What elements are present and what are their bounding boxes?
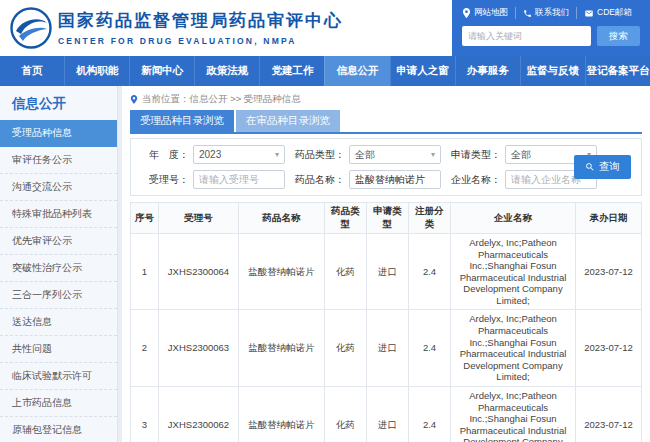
cde-mail-label: CDE邮箱 — [597, 7, 632, 19]
sidebar-item-communication[interactable]: 沟通交流公示 — [0, 174, 117, 201]
table-cell: JXHS2300063 — [159, 310, 239, 386]
nmpa-logo — [10, 7, 52, 49]
table-cell: Ardelyx, Inc;Patheon Pharmaceuticals Inc… — [451, 234, 576, 310]
nav-item-home[interactable]: 首页 — [0, 56, 64, 86]
nav-item-party-building[interactable]: 党建工作 — [259, 56, 324, 86]
sidebar-item-accepted-varieties[interactable]: 受理品种信息 — [0, 120, 117, 147]
accept-no-group: 受理号： — [137, 170, 285, 189]
sidebar-item-priority-review[interactable]: 优先审评公示 — [0, 228, 117, 255]
table-cell: JXHS2300064 — [159, 234, 239, 310]
tab-under-review-catalog[interactable]: 在审品种目录浏览 — [236, 110, 340, 132]
top-header: 国家药品监督管理局药品审评中心 CENTER FOR DRUG EVALUATI… — [0, 0, 650, 56]
year-select-value: 2023 — [199, 149, 221, 160]
column-header-reg-class: 注册分类 — [409, 203, 451, 234]
breadcrumb-text: 当前位置：信息公开 >> 受理品种信息 — [142, 93, 301, 106]
page: 国家药品监督管理局药品审评中心 CENTER FOR DRUG EVALUATI… — [0, 0, 650, 442]
table-cell: 2023-07-12 — [576, 310, 642, 386]
year-select[interactable]: 2023 ▾ — [193, 145, 285, 164]
table-row: 3 JXHS2300062 盐酸替纳帕诺片 化药 进口 2.4 Ardelyx,… — [131, 386, 642, 442]
table-row: 1 JXHS2300064 盐酸替纳帕诺片 化药 进口 2.4 Ardelyx,… — [131, 234, 642, 310]
column-header-accept-no: 受理号 — [159, 203, 239, 234]
nav-item-policies[interactable]: 政策法规 — [194, 56, 259, 86]
table-cell: Ardelyx, Inc;Patheon Pharmaceuticals Inc… — [451, 386, 576, 442]
contact-link[interactable]: 联系我们 — [516, 7, 577, 19]
nav-item-applicant-window[interactable]: 申请人之窗 — [390, 56, 455, 86]
table-cell: 进口 — [367, 234, 409, 310]
drug-type-group: 药品类型： 全部 ▾ — [293, 145, 441, 164]
tab-accepted-catalog[interactable]: 受理品种目录浏览 — [130, 110, 234, 132]
table-row: 2 JXHS2300063 盐酸替纳帕诺片 化药 进口 2.4 Ardelyx,… — [131, 310, 642, 386]
main-nav: 首页 机构职能 新闻中心 政策法规 党建工作 信息公开 申请人之窗 办事服务 监… — [0, 56, 650, 86]
sidebar-item-breakthrough-therapy[interactable]: 突破性治疗公示 — [0, 255, 117, 282]
site-map-label: 网站地图 — [474, 7, 508, 19]
accept-no-label: 受理号： — [137, 173, 189, 187]
cde-mail-link[interactable]: CDE邮箱 — [577, 7, 639, 19]
header-utility-panel: 网站地图 联系我们 CDE邮箱 搜索 — [452, 0, 650, 56]
page-body: 信息公开 受理品种信息 审评任务公示 沟通交流公示 特殊审批品种列表 优先审评公… — [0, 86, 650, 442]
sidebar-item-marketed-drugs[interactable]: 上市药品信息 — [0, 390, 117, 417]
table-cell: 2.4 — [409, 234, 451, 310]
drug-name-group: 药品名称： — [293, 170, 441, 189]
results-table: 序号 受理号 药品名称 药品类型 申请类型 注册分类 企业名称 承办日期 1 J… — [130, 202, 642, 442]
column-header-seq: 序号 — [131, 203, 159, 234]
drug-name-label: 药品名称： — [293, 173, 345, 187]
site-search-button[interactable]: 搜索 — [597, 26, 640, 46]
query-button-label: 查询 — [599, 160, 620, 174]
site-title-en: CENTER FOR DRUG EVALUATION, NMPA — [58, 36, 343, 46]
year-label: 年 度： — [137, 148, 189, 162]
table-cell: JXHS2300062 — [159, 386, 239, 442]
drug-type-select[interactable]: 全部 ▾ — [349, 145, 441, 164]
site-title: 国家药品监督管理局药品审评中心 CENTER FOR DRUG EVALUATI… — [58, 9, 343, 46]
table-cell: 2023-07-12 — [576, 234, 642, 310]
sidebar-item-delivery-info[interactable]: 送达信息 — [0, 309, 117, 336]
chevron-down-icon: ▾ — [431, 150, 435, 159]
sidebar-item-common-issues[interactable]: 共性问题 — [0, 336, 117, 363]
nav-item-news-center[interactable]: 新闻中心 — [129, 56, 194, 86]
table-cell: Ardelyx, Inc;Patheon Pharmaceuticals Inc… — [451, 310, 576, 386]
site-map-link[interactable]: 网站地图 — [462, 7, 516, 19]
quick-links: 网站地图 联系我们 CDE邮箱 — [462, 7, 640, 19]
table-cell: 2.4 — [409, 310, 451, 386]
column-header-company: 企业名称 — [451, 203, 576, 234]
table-cell: 化药 — [325, 386, 367, 442]
accept-no-input[interactable] — [193, 170, 285, 189]
filter-row-1: 年 度： 2023 ▾ 药品类型： 全部 ▾ 申 — [137, 145, 577, 164]
column-header-drug-type: 药品类型 — [325, 203, 367, 234]
sidebar-item-three-in-one[interactable]: 三合一序列公示 — [0, 282, 117, 309]
filter-panel: 年 度： 2023 ▾ 药品类型： 全部 ▾ 申 — [130, 138, 642, 196]
nav-item-org-functions[interactable]: 机构职能 — [64, 56, 129, 86]
site-search-input[interactable] — [462, 26, 591, 46]
nav-item-services[interactable]: 办事服务 — [455, 56, 520, 86]
nav-item-registration-platform[interactable]: 登记备案平台 — [585, 56, 650, 86]
sidebar-item-review-tasks[interactable]: 审评任务公示 — [0, 147, 117, 174]
table-header-row: 序号 受理号 药品名称 药品类型 申请类型 注册分类 企业名称 承办日期 — [131, 203, 642, 234]
sidebar-item-special-approval-list[interactable]: 特殊审批品种列表 — [0, 201, 117, 228]
chevron-down-icon: ▾ — [275, 150, 279, 159]
table-cell: 盐酸替纳帕诺片 — [239, 310, 325, 386]
phone-icon — [523, 9, 532, 18]
sidebar-item-clinical-trial-license[interactable]: 临床试验默示许可 — [0, 363, 117, 390]
year-group: 年 度： 2023 ▾ — [137, 145, 285, 164]
sidebar-item-excipients-registration[interactable]: 原辅包登记信息 — [0, 417, 117, 442]
table-cell: 进口 — [367, 310, 409, 386]
drug-name-input[interactable] — [349, 170, 441, 189]
nav-item-info-disclosure[interactable]: 信息公开 — [324, 56, 389, 86]
table-cell: 化药 — [325, 234, 367, 310]
apply-type-select-value: 全部 — [511, 148, 531, 162]
company-label: 企业名称： — [449, 173, 501, 187]
column-header-drug-name: 药品名称 — [239, 203, 325, 234]
column-header-apply-type: 申请类型 — [367, 203, 409, 234]
table-cell: 进口 — [367, 386, 409, 442]
table-cell: 2.4 — [409, 386, 451, 442]
column-header-date: 承办日期 — [576, 203, 642, 234]
tab-bar: 受理品种目录浏览 在审品种目录浏览 — [130, 110, 642, 134]
content: 当前位置：信息公开 >> 受理品种信息 受理品种目录浏览 在审品种目录浏览 年 … — [122, 86, 650, 442]
query-button[interactable]: 查询 — [574, 155, 631, 179]
nav-item-supervision-feedback[interactable]: 监督与反馈 — [520, 56, 585, 86]
drug-type-label: 药品类型： — [293, 148, 345, 162]
site-title-cn: 国家药品监督管理局药品审评中心 — [58, 9, 343, 32]
breadcrumb: 当前位置：信息公开 >> 受理品种信息 — [130, 90, 642, 108]
site-search: 搜索 — [462, 26, 640, 46]
table-cell: 盐酸替纳帕诺片 — [239, 386, 325, 442]
table-cell: 化药 — [325, 310, 367, 386]
